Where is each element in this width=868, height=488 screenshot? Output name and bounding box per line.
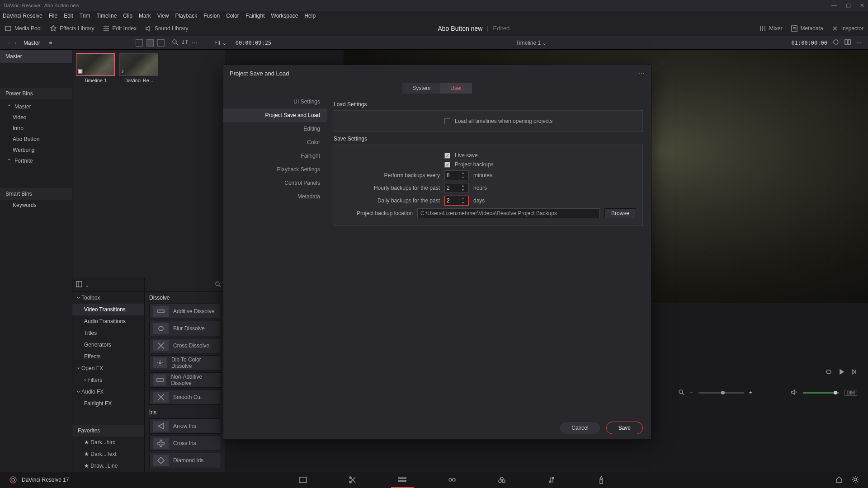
view-strip-icon[interactable] (157, 39, 165, 47)
menu-item[interactable]: Fairlight (245, 13, 265, 19)
menu-item[interactable]: Color (226, 13, 239, 19)
menu-item[interactable]: Workspace (271, 13, 298, 19)
perform-every-stepper[interactable]: ▴▾ (444, 170, 469, 180)
tree-item[interactable]: Fortnite (0, 155, 72, 166)
tab-user[interactable]: User (440, 83, 472, 94)
fx-video-transitions[interactable]: Video Transitions (72, 304, 144, 315)
fx-item[interactable]: Dip To Color Dissolve (149, 355, 221, 371)
options-icon[interactable]: ⋯ (856, 40, 862, 46)
clip-thumb[interactable]: ♪ DaVinci Re... (119, 53, 158, 275)
step-down-icon[interactable]: ▾ (459, 175, 467, 180)
tab-edit[interactable] (391, 472, 414, 488)
tree-item[interactable]: Intro (0, 123, 72, 134)
fx-fairlightfx[interactable]: Fairlight FX (72, 398, 144, 409)
zoom-in-icon[interactable]: + (749, 389, 752, 396)
step-up-icon[interactable]: ▴ (459, 171, 467, 175)
mixer-button[interactable]: Mixer (759, 25, 782, 32)
menu-item[interactable]: Fusion (203, 13, 220, 19)
pref-control-panels[interactable]: Control Panels (223, 176, 327, 190)
dim-button[interactable]: DIM (844, 390, 857, 396)
tab-media[interactable] (292, 472, 314, 488)
fav-item[interactable]: ★ Draw...Line (72, 460, 144, 472)
bin-sidebar-head[interactable]: Master (0, 50, 72, 63)
tab-color[interactable] (491, 472, 513, 488)
pref-metadata[interactable]: Metadata (223, 190, 327, 203)
clip-thumb[interactable]: ▣ Timeline 1 (76, 53, 115, 275)
tab-deliver[interactable] (590, 472, 613, 488)
tree-item[interactable]: Abo Button (0, 134, 72, 145)
volume-icon[interactable] (790, 389, 797, 397)
options-icon[interactable]: ⋯ (192, 40, 197, 46)
tree-item[interactable]: Video (0, 112, 72, 123)
menu-item[interactable]: Clip (123, 13, 132, 19)
fx-item[interactable]: Non-Additive Dissolve (149, 372, 221, 388)
backup-location-field[interactable]: C:\Users\Lizenznehmer\Videos\Resolve Pro… (417, 208, 600, 218)
tab-cut[interactable] (341, 472, 364, 488)
tree-master[interactable]: Master (0, 101, 72, 112)
menu-item[interactable]: File (49, 13, 57, 19)
pref-editing[interactable]: Editing (223, 122, 327, 136)
pref-project-save-load[interactable]: Project Save and Load (223, 108, 327, 122)
fx-generators[interactable]: Generators (72, 339, 144, 351)
dialog-options-icon[interactable]: ⋯ (639, 70, 645, 77)
tree-item[interactable]: Werbung (0, 145, 72, 155)
tab-fusion[interactable] (441, 472, 463, 488)
tab-system[interactable]: System (402, 83, 440, 94)
step-up-icon[interactable]: ▴ (459, 183, 467, 188)
metadata-button[interactable]: Metadata (791, 25, 823, 32)
daily-stepper[interactable]: ▴▾ (444, 196, 469, 206)
pref-fairlight[interactable]: Fairlight (223, 149, 327, 163)
hourly-stepper[interactable]: ▴▾ (444, 183, 469, 193)
fx-audio-transitions[interactable]: Audio Transitions (72, 315, 144, 327)
view-thumb-icon[interactable] (146, 39, 154, 47)
fx-item[interactable]: Cross Iris (149, 436, 221, 451)
live-save-checkbox[interactable] (444, 153, 450, 159)
edit-index-button[interactable]: Edit Index (103, 25, 137, 32)
hourly-input[interactable] (445, 185, 459, 191)
media-pool-button[interactable]: Media Pool (5, 25, 42, 32)
perform-every-input[interactable] (445, 172, 459, 178)
window-maximize-icon[interactable]: ▢ (846, 2, 851, 9)
pref-color[interactable]: Color (223, 136, 327, 149)
chevron-down-icon[interactable]: ⌄ (85, 282, 90, 288)
sort-icon[interactable] (182, 39, 188, 47)
fx-item[interactable]: Cross Dissolve (149, 338, 221, 353)
inspector-button[interactable]: Inspector (831, 25, 863, 32)
window-minimize-icon[interactable]: — (831, 2, 837, 9)
tree-keywords[interactable]: Keywords (0, 200, 72, 211)
loop-icon[interactable] (826, 369, 832, 376)
menu-item[interactable]: Timeline (96, 13, 117, 19)
view-list-icon[interactable] (136, 39, 143, 47)
search-icon[interactable] (215, 281, 221, 289)
menu-item[interactable]: Edit (64, 13, 73, 19)
sound-library-button[interactable]: Sound Library (145, 25, 189, 32)
fx-item[interactable]: Smooth Cut (149, 389, 221, 405)
pref-playback[interactable]: Playback Settings (223, 163, 327, 176)
fx-audiofx[interactable]: Audio FX (72, 386, 144, 398)
browse-button[interactable]: Browse (604, 208, 636, 218)
step-down-icon[interactable]: ▾ (459, 188, 467, 192)
step-up-icon[interactable]: ▴ (459, 196, 467, 201)
pref-ui-settings[interactable]: UI Settings (223, 95, 327, 108)
fx-item[interactable]: Arrow Iris (149, 418, 221, 434)
dual-viewer-icon[interactable] (844, 39, 851, 47)
fav-item[interactable]: ★ Dark...Text (72, 448, 144, 460)
project-backups-checkbox[interactable] (444, 162, 450, 168)
search-icon[interactable] (678, 389, 684, 397)
save-button[interactable]: Save (606, 422, 643, 434)
menu-item[interactable]: Help (304, 13, 316, 19)
cancel-button[interactable]: Cancel (559, 422, 600, 434)
search-icon[interactable] (172, 39, 178, 47)
home-icon[interactable] (835, 476, 843, 484)
zoom-slider[interactable] (698, 392, 744, 394)
gear-icon[interactable] (852, 476, 859, 484)
zoom-out-icon[interactable]: − (690, 389, 693, 396)
next-icon[interactable] (851, 369, 857, 376)
fx-sidebar-toggle-icon[interactable] (76, 281, 82, 289)
fx-item[interactable]: Additive Dissolve (149, 304, 221, 319)
fav-item[interactable]: ★ Dark...hird (72, 436, 144, 448)
menu-item[interactable]: Trim (80, 13, 90, 19)
menu-item[interactable]: Mark (139, 13, 151, 19)
daily-input[interactable] (445, 197, 459, 204)
play-icon[interactable] (838, 369, 844, 376)
